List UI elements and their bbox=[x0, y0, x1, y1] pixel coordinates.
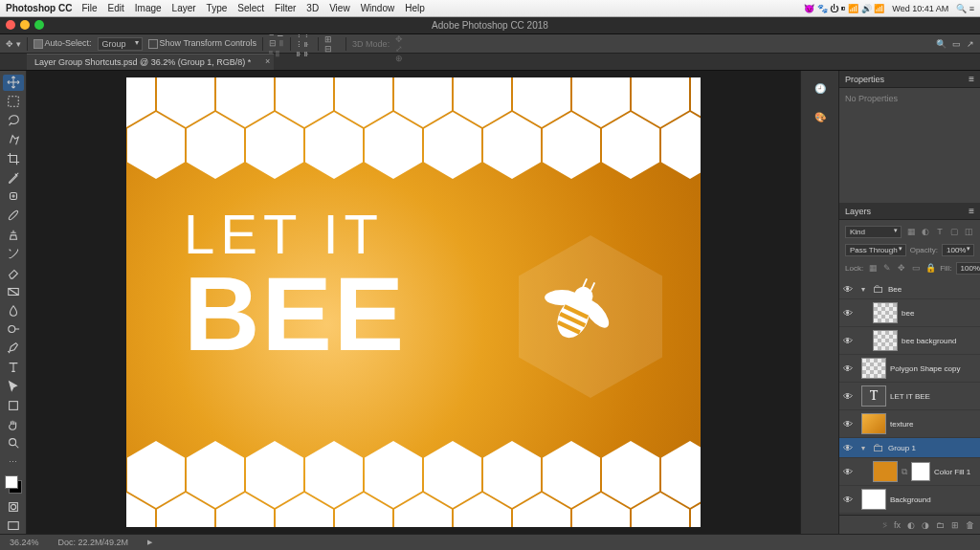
gradient-tool[interactable] bbox=[3, 283, 24, 299]
properties-panel-tab[interactable]: Properties≡ bbox=[839, 71, 980, 88]
show-transform-checkbox[interactable]: Show Transform Controls bbox=[148, 38, 257, 49]
hand-tool[interactable] bbox=[3, 416, 24, 432]
disclosure-arrow[interactable]: ▾ bbox=[861, 285, 869, 294]
layer-row[interactable]: 👁TLET IT BEE bbox=[839, 383, 980, 410]
path-select-tool[interactable] bbox=[3, 379, 24, 395]
menu-filter[interactable]: Filter bbox=[275, 3, 296, 13]
history-panel-icon[interactable]: 🕘 bbox=[811, 78, 830, 98]
canvas-area[interactable]: LET IT BEE bbox=[27, 71, 800, 534]
foreground-background-colors[interactable] bbox=[3, 473, 24, 496]
pen-tool[interactable] bbox=[3, 341, 24, 357]
panel-menu-icon[interactable]: ≡ bbox=[969, 206, 974, 216]
layer-name[interactable]: Group 1 bbox=[888, 444, 977, 452]
menu-window[interactable]: Window bbox=[361, 3, 395, 13]
layer-mask-thumb[interactable] bbox=[911, 462, 930, 481]
layer-row[interactable]: 👁Background bbox=[839, 486, 980, 514]
adjustment-layer-icon[interactable]: ◑ bbox=[922, 520, 929, 530]
zoom-tool[interactable] bbox=[3, 435, 24, 451]
window-minimize-button[interactable] bbox=[20, 20, 30, 30]
new-layer-icon[interactable]: ⊞ bbox=[951, 520, 959, 530]
shape-tool[interactable] bbox=[3, 397, 24, 413]
app-menu[interactable]: Photoshop CC bbox=[6, 3, 72, 13]
zoom-readout[interactable]: 36.24% bbox=[10, 538, 39, 547]
doc-size-readout[interactable]: Doc: 22.2M/49.2M bbox=[58, 538, 129, 547]
lasso-tool[interactable] bbox=[3, 113, 24, 129]
eraser-tool[interactable] bbox=[3, 264, 24, 280]
layer-row[interactable]: 👁▾🗀Group 1 bbox=[839, 438, 980, 458]
brush-tool[interactable] bbox=[3, 208, 24, 224]
document-tab[interactable]: Layer Group Shortcuts.psd @ 36.2% (Group… bbox=[27, 54, 274, 70]
layer-name[interactable]: Color Fill 1 bbox=[934, 468, 977, 476]
clone-tool[interactable] bbox=[3, 227, 24, 243]
menu-help[interactable]: Help bbox=[405, 3, 425, 13]
document-canvas[interactable]: LET IT BEE bbox=[126, 77, 701, 527]
layer-name[interactable]: bee background bbox=[902, 337, 977, 345]
auto-select-checkbox[interactable]: Auto-Select: bbox=[33, 38, 92, 49]
menu-extra-icons[interactable]: 👿 🐾 ⏻ ◧ 📶 🔊 📶 bbox=[804, 4, 884, 13]
window-zoom-button[interactable] bbox=[34, 20, 44, 30]
layer-list[interactable]: 👁▾🗀Bee👁bee👁bee background👁Polygon Shape … bbox=[839, 279, 980, 515]
edit-toolbar[interactable]: ⋯ bbox=[3, 454, 24, 471]
move-tool[interactable] bbox=[3, 75, 24, 91]
layer-fx-icon[interactable]: fx bbox=[894, 520, 901, 530]
layer-filter-icons[interactable]: ▦◐T▢◫ bbox=[905, 227, 974, 236]
layer-row[interactable]: 👁Polygon Shape copy bbox=[839, 355, 980, 383]
color-panel-icon[interactable]: 🎨 bbox=[811, 107, 830, 126]
visibility-toggle[interactable]: 👁 bbox=[842, 363, 854, 374]
eyedropper-tool[interactable] bbox=[3, 169, 24, 186]
distribute-group-icons[interactable]: ⫶ ⫶ ⫶ ⊪ ⊪ ⊪ bbox=[297, 36, 312, 52]
blur-tool[interactable] bbox=[3, 302, 24, 319]
disclosure-arrow[interactable]: ▾ bbox=[861, 444, 869, 452]
layer-name[interactable]: Polygon Shape copy bbox=[890, 364, 977, 373]
visibility-toggle[interactable]: 👁 bbox=[842, 308, 854, 319]
layer-filter-dropdown[interactable]: Kind bbox=[845, 226, 902, 238]
layer-mask-icon[interactable]: ◐ bbox=[907, 520, 915, 530]
visibility-toggle[interactable]: 👁 bbox=[842, 391, 854, 402]
menu-select[interactable]: Select bbox=[237, 3, 264, 13]
menu-view[interactable]: View bbox=[329, 3, 350, 13]
workspace-icon[interactable]: ▭ bbox=[952, 39, 961, 49]
layer-name[interactable]: bee bbox=[902, 309, 977, 318]
visibility-toggle[interactable]: 👁 bbox=[842, 336, 854, 346]
menu-type[interactable]: Type bbox=[207, 3, 228, 13]
opacity-field[interactable]: 100% bbox=[942, 244, 974, 256]
close-tab-icon[interactable]: × bbox=[265, 56, 270, 66]
layer-row[interactable]: 👁⧉Color Fill 1 bbox=[839, 458, 980, 486]
layer-name[interactable]: Bee bbox=[888, 285, 977, 294]
menu-file[interactable]: File bbox=[81, 3, 97, 13]
visibility-toggle[interactable]: 👁 bbox=[842, 419, 854, 429]
spotlight-icon[interactable]: 🔍 ≡ bbox=[956, 4, 974, 13]
layer-row[interactable]: 👁bee background bbox=[839, 327, 980, 355]
fill-field[interactable]: 100% bbox=[956, 262, 980, 275]
blend-mode-dropdown[interactable]: Pass Through bbox=[845, 244, 906, 256]
crop-tool[interactable] bbox=[3, 150, 24, 166]
window-close-button[interactable] bbox=[6, 20, 15, 30]
align-group-icons[interactable]: ≡ ≣ ⊟ ⫴ ⫴ ⫴ bbox=[269, 36, 284, 52]
dodge-tool[interactable] bbox=[3, 321, 24, 338]
layer-name[interactable]: texture bbox=[890, 420, 977, 429]
healing-tool[interactable] bbox=[3, 188, 24, 205]
visibility-toggle[interactable]: 👁 bbox=[842, 495, 854, 505]
quick-mask-toggle[interactable] bbox=[3, 498, 24, 515]
panel-menu-icon[interactable]: ≡ bbox=[969, 74, 974, 84]
search-icon[interactable]: 🔍 bbox=[936, 39, 947, 49]
layer-row[interactable]: 👁texture bbox=[839, 410, 980, 438]
visibility-toggle[interactable]: 👁 bbox=[842, 467, 854, 477]
visibility-toggle[interactable]: 👁 bbox=[842, 284, 854, 295]
share-icon[interactable]: ↗ bbox=[967, 39, 974, 49]
layers-panel-tab[interactable]: Layers≡ bbox=[839, 203, 980, 220]
layer-row[interactable]: 👁▾🗀Bee bbox=[839, 279, 980, 299]
menu-edit[interactable]: Edit bbox=[108, 3, 124, 13]
marquee-tool[interactable] bbox=[3, 94, 24, 110]
align-to-icons[interactable]: ⊞ ⊟ bbox=[324, 36, 340, 52]
type-tool[interactable] bbox=[3, 360, 24, 376]
quick-select-tool[interactable] bbox=[3, 132, 24, 148]
new-group-icon[interactable]: 🗀 bbox=[936, 520, 945, 530]
screen-mode-toggle[interactable] bbox=[3, 517, 24, 534]
menu-layer[interactable]: Layer bbox=[172, 3, 196, 13]
visibility-toggle[interactable]: 👁 bbox=[842, 443, 854, 453]
menu-image[interactable]: Image bbox=[135, 3, 162, 13]
delete-layer-icon[interactable]: 🗑 bbox=[966, 520, 974, 530]
layer-row[interactable]: 👁bee bbox=[839, 299, 980, 327]
link-layers-icon[interactable]: ⍩ bbox=[882, 520, 887, 530]
